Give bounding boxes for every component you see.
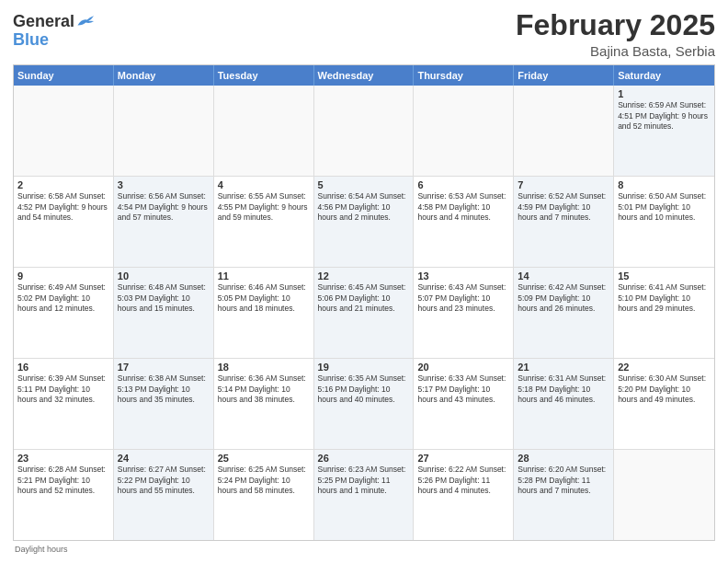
day-number-2: 2 (17, 179, 109, 190)
cell-content-9: Sunrise: 6:49 AM Sunset: 5:02 PM Dayligh… (17, 282, 109, 314)
cell-content-18: Sunrise: 6:36 AM Sunset: 5:14 PM Dayligh… (218, 373, 310, 405)
cal-cell-1-4: 6Sunrise: 6:53 AM Sunset: 4:58 PM Daylig… (414, 177, 514, 267)
cal-cell-4-6 (614, 450, 714, 540)
cell-content-17: Sunrise: 6:38 AM Sunset: 5:13 PM Dayligh… (118, 373, 210, 405)
cal-cell-4-1: 24Sunrise: 6:27 AM Sunset: 5:22 PM Dayli… (114, 450, 214, 540)
day-number-7: 7 (518, 179, 609, 190)
calendar: SundayMondayTuesdayWednesdayThursdayFrid… (13, 64, 715, 541)
cell-content-21: Sunrise: 6:31 AM Sunset: 5:18 PM Dayligh… (518, 373, 609, 405)
cal-header-sunday: Sunday (14, 65, 114, 86)
cell-content-13: Sunrise: 6:43 AM Sunset: 5:07 PM Dayligh… (417, 282, 509, 314)
cal-cell-2-0: 9Sunrise: 6:49 AM Sunset: 5:02 PM Daylig… (14, 268, 114, 358)
cal-cell-2-2: 11Sunrise: 6:46 AM Sunset: 5:05 PM Dayli… (214, 268, 314, 358)
cal-row-2: 9Sunrise: 6:49 AM Sunset: 5:02 PM Daylig… (14, 268, 714, 359)
day-number-18: 18 (218, 362, 310, 373)
calendar-body: 1Sunrise: 6:59 AM Sunset: 4:51 PM Daylig… (14, 86, 714, 540)
day-number-24: 24 (118, 453, 210, 464)
cal-cell-4-3: 26Sunrise: 6:23 AM Sunset: 5:25 PM Dayli… (314, 450, 415, 540)
page-title: February 2025 (516, 9, 715, 41)
cal-header-thursday: Thursday (414, 65, 514, 86)
day-number-6: 6 (417, 179, 509, 190)
day-number-16: 16 (17, 362, 109, 373)
day-number-25: 25 (218, 453, 310, 464)
cal-cell-3-0: 16Sunrise: 6:39 AM Sunset: 5:11 PM Dayli… (14, 359, 114, 449)
day-number-22: 22 (618, 362, 711, 373)
cal-header-monday: Monday (114, 65, 214, 86)
day-number-10: 10 (118, 270, 210, 282)
cal-header-wednesday: Wednesday (314, 65, 415, 86)
cal-header-tuesday: Tuesday (214, 65, 314, 86)
cal-row-0: 1Sunrise: 6:59 AM Sunset: 4:51 PM Daylig… (14, 86, 714, 177)
footer-note: Daylight hours (13, 545, 715, 554)
cal-cell-0-4 (414, 86, 514, 176)
day-number-8: 8 (618, 179, 711, 190)
cal-cell-4-2: 25Sunrise: 6:25 AM Sunset: 5:24 PM Dayli… (214, 450, 314, 540)
cal-cell-2-1: 10Sunrise: 6:48 AM Sunset: 5:03 PM Dayli… (114, 268, 214, 358)
logo-bird-icon (76, 11, 97, 31)
cell-content-2: Sunrise: 6:58 AM Sunset: 4:52 PM Dayligh… (17, 191, 109, 223)
cal-cell-0-1 (114, 86, 214, 176)
day-number-9: 9 (17, 270, 109, 282)
header: General Blue February 2025 Bajina Basta,… (13, 9, 715, 59)
cell-content-4: Sunrise: 6:55 AM Sunset: 4:55 PM Dayligh… (218, 191, 310, 223)
day-number-19: 19 (318, 362, 410, 373)
page-subtitle: Bajina Basta, Serbia (516, 43, 715, 59)
cal-cell-1-1: 3Sunrise: 6:56 AM Sunset: 4:54 PM Daylig… (114, 177, 214, 267)
cal-header-saturday: Saturday (614, 65, 714, 86)
day-number-26: 26 (318, 453, 410, 464)
cal-cell-2-4: 13Sunrise: 6:43 AM Sunset: 5:07 PM Dayli… (414, 268, 514, 358)
cell-content-12: Sunrise: 6:45 AM Sunset: 5:06 PM Dayligh… (318, 282, 410, 314)
cell-content-7: Sunrise: 6:52 AM Sunset: 4:59 PM Dayligh… (518, 191, 609, 223)
cal-cell-1-3: 5Sunrise: 6:54 AM Sunset: 4:56 PM Daylig… (314, 177, 415, 267)
cell-content-15: Sunrise: 6:41 AM Sunset: 5:10 PM Dayligh… (618, 282, 711, 314)
cell-content-25: Sunrise: 6:25 AM Sunset: 5:24 PM Dayligh… (218, 465, 310, 496)
cal-cell-3-1: 17Sunrise: 6:38 AM Sunset: 5:13 PM Dayli… (114, 359, 214, 449)
logo: General Blue (13, 13, 97, 50)
cal-header-friday: Friday (514, 65, 614, 86)
cell-content-10: Sunrise: 6:48 AM Sunset: 5:03 PM Dayligh… (118, 282, 210, 314)
cal-cell-2-3: 12Sunrise: 6:45 AM Sunset: 5:06 PM Dayli… (314, 268, 415, 358)
cal-cell-1-6: 8Sunrise: 6:50 AM Sunset: 5:01 PM Daylig… (614, 177, 714, 267)
cell-content-28: Sunrise: 6:20 AM Sunset: 5:28 PM Dayligh… (518, 465, 609, 496)
cell-content-16: Sunrise: 6:39 AM Sunset: 5:11 PM Dayligh… (17, 373, 109, 405)
logo-general-text: General (13, 13, 74, 31)
cal-cell-0-6: 1Sunrise: 6:59 AM Sunset: 4:51 PM Daylig… (614, 86, 714, 176)
cell-content-27: Sunrise: 6:22 AM Sunset: 5:26 PM Dayligh… (417, 465, 509, 496)
cal-cell-0-2 (214, 86, 314, 176)
cell-content-3: Sunrise: 6:56 AM Sunset: 4:54 PM Dayligh… (118, 191, 210, 223)
cal-cell-4-4: 27Sunrise: 6:22 AM Sunset: 5:26 PM Dayli… (414, 450, 514, 540)
cal-cell-0-5 (514, 86, 614, 176)
title-block: February 2025 Bajina Basta, Serbia (516, 9, 715, 59)
day-number-17: 17 (118, 362, 210, 373)
day-number-5: 5 (318, 179, 410, 190)
day-number-14: 14 (518, 270, 609, 282)
cell-content-24: Sunrise: 6:27 AM Sunset: 5:22 PM Dayligh… (118, 465, 210, 496)
cal-cell-3-5: 21Sunrise: 6:31 AM Sunset: 5:18 PM Dayli… (514, 359, 614, 449)
cal-cell-0-0 (14, 86, 114, 176)
cell-content-26: Sunrise: 6:23 AM Sunset: 5:25 PM Dayligh… (318, 465, 410, 496)
cell-content-23: Sunrise: 6:28 AM Sunset: 5:21 PM Dayligh… (17, 465, 109, 496)
cell-content-1: Sunrise: 6:59 AM Sunset: 4:51 PM Dayligh… (618, 100, 711, 132)
day-number-28: 28 (518, 453, 609, 464)
cal-cell-4-5: 28Sunrise: 6:20 AM Sunset: 5:28 PM Dayli… (514, 450, 614, 540)
cell-content-19: Sunrise: 6:35 AM Sunset: 5:16 PM Dayligh… (318, 373, 410, 405)
cal-cell-3-6: 22Sunrise: 6:30 AM Sunset: 5:20 PM Dayli… (614, 359, 714, 449)
day-number-13: 13 (417, 270, 509, 282)
cal-cell-3-4: 20Sunrise: 6:33 AM Sunset: 5:17 PM Dayli… (414, 359, 514, 449)
cell-content-6: Sunrise: 6:53 AM Sunset: 4:58 PM Dayligh… (417, 191, 509, 223)
day-number-21: 21 (518, 362, 609, 373)
cal-row-4: 23Sunrise: 6:28 AM Sunset: 5:21 PM Dayli… (14, 450, 714, 540)
cal-cell-2-6: 15Sunrise: 6:41 AM Sunset: 5:10 PM Dayli… (614, 268, 714, 358)
cell-content-8: Sunrise: 6:50 AM Sunset: 5:01 PM Dayligh… (618, 191, 711, 223)
cal-cell-1-0: 2Sunrise: 6:58 AM Sunset: 4:52 PM Daylig… (14, 177, 114, 267)
day-number-3: 3 (118, 179, 210, 190)
cell-content-5: Sunrise: 6:54 AM Sunset: 4:56 PM Dayligh… (318, 191, 410, 223)
cal-row-3: 16Sunrise: 6:39 AM Sunset: 5:11 PM Dayli… (14, 359, 714, 450)
day-number-12: 12 (318, 270, 410, 282)
cal-cell-4-0: 23Sunrise: 6:28 AM Sunset: 5:21 PM Dayli… (14, 450, 114, 540)
day-number-23: 23 (17, 453, 109, 464)
day-number-4: 4 (218, 179, 310, 190)
day-number-20: 20 (417, 362, 509, 373)
cell-content-14: Sunrise: 6:42 AM Sunset: 5:09 PM Dayligh… (518, 282, 609, 314)
cal-cell-3-2: 18Sunrise: 6:36 AM Sunset: 5:14 PM Dayli… (214, 359, 314, 449)
